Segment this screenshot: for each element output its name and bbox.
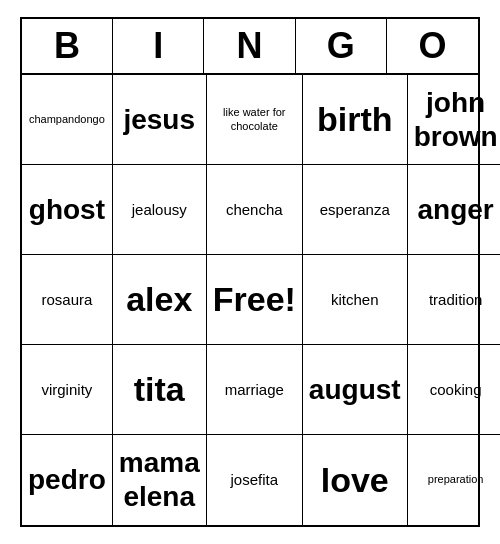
cell-text: tita <box>134 369 185 410</box>
cell-text: mama elena <box>119 446 200 513</box>
header-letter: N <box>204 19 295 73</box>
cell-text: Free! <box>213 279 296 320</box>
cell-text: anger <box>418 193 494 227</box>
cell-text: kitchen <box>331 291 379 309</box>
cell-text: tradition <box>429 291 482 309</box>
bingo-cell: pedro <box>22 435 113 525</box>
cell-text: preparation <box>428 473 484 486</box>
bingo-cell: esperanza <box>303 165 408 255</box>
cell-text: marriage <box>225 381 284 399</box>
bingo-cell: john brown <box>408 75 500 165</box>
cell-text: cooking <box>430 381 482 399</box>
bingo-cell: jealousy <box>113 165 207 255</box>
cell-text: champandongo <box>29 113 105 126</box>
bingo-card: BINGO champandongojesuslike water for ch… <box>20 17 480 527</box>
bingo-cell: august <box>303 345 408 435</box>
cell-text: jesus <box>123 103 195 137</box>
bingo-cell: birth <box>303 75 408 165</box>
bingo-cell: tita <box>113 345 207 435</box>
bingo-cell: kitchen <box>303 255 408 345</box>
bingo-cell: josefita <box>207 435 303 525</box>
cell-text: pedro <box>28 463 106 497</box>
cell-text: ghost <box>29 193 105 227</box>
bingo-cell: anger <box>408 165 500 255</box>
cell-text: august <box>309 373 401 407</box>
header-letter: O <box>387 19 478 73</box>
bingo-header: BINGO <box>22 19 478 75</box>
cell-text: esperanza <box>320 201 390 219</box>
header-letter: B <box>22 19 113 73</box>
cell-text: chencha <box>226 201 283 219</box>
bingo-cell: cooking <box>408 345 500 435</box>
bingo-grid: champandongojesuslike water for chocolat… <box>22 75 478 525</box>
bingo-cell: marriage <box>207 345 303 435</box>
bingo-cell: ghost <box>22 165 113 255</box>
bingo-cell: love <box>303 435 408 525</box>
bingo-cell: like water for chocolate <box>207 75 303 165</box>
bingo-cell: Free! <box>207 255 303 345</box>
cell-text: birth <box>317 99 393 140</box>
bingo-cell: alex <box>113 255 207 345</box>
cell-text: virginity <box>41 381 92 399</box>
cell-text: josefita <box>231 471 279 489</box>
bingo-cell: mama elena <box>113 435 207 525</box>
header-letter: G <box>296 19 387 73</box>
bingo-cell: champandongo <box>22 75 113 165</box>
cell-text: love <box>321 460 389 501</box>
bingo-cell: chencha <box>207 165 303 255</box>
cell-text: rosaura <box>41 291 92 309</box>
header-letter: I <box>113 19 204 73</box>
bingo-cell: preparation <box>408 435 500 525</box>
bingo-cell: virginity <box>22 345 113 435</box>
cell-text: jealousy <box>132 201 187 219</box>
cell-text: alex <box>126 279 192 320</box>
bingo-cell: tradition <box>408 255 500 345</box>
bingo-cell: jesus <box>113 75 207 165</box>
cell-text: john brown <box>414 86 498 153</box>
cell-text: like water for chocolate <box>213 106 296 132</box>
bingo-cell: rosaura <box>22 255 113 345</box>
